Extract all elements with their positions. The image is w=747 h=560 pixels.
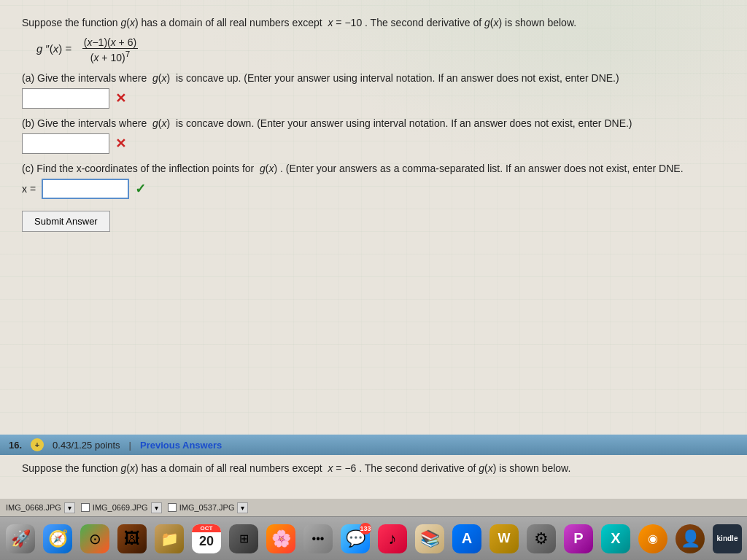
part-a-label: (a) Give the intervals where g(x) is con…	[22, 72, 725, 84]
problem-16-number: 16.	[9, 440, 22, 451]
part-c-row: x = ✓	[22, 179, 725, 199]
dock-messages[interactable]: 💬 133	[338, 521, 373, 556]
books-icon: 📚	[415, 524, 444, 553]
formula-denominator: (x + 10)7	[89, 49, 131, 63]
chrome-icon: ⊙	[80, 524, 109, 553]
dock-person[interactable]: 👤	[673, 521, 708, 556]
dock-music[interactable]: ♪	[375, 521, 410, 556]
more-icon: •••	[303, 524, 333, 553]
submit-answer-button[interactable]: Submit Answer	[22, 211, 110, 232]
dock-safari[interactable]: 🧭	[40, 521, 75, 556]
part-a-row: ✕	[22, 88, 725, 109]
a-app-icon: A	[452, 524, 481, 553]
person-icon: 👤	[676, 524, 705, 553]
dock-w-app[interactable]: W	[487, 521, 522, 556]
grid-icon: ⊞	[229, 524, 258, 553]
question-intro: Suppose the function g(x) has a domain o…	[22, 15, 725, 31]
part-b-incorrect-icon: ✕	[115, 136, 126, 152]
dock-more[interactable]: •••	[301, 521, 336, 556]
file-item-1: IMG_0668.JPG ▾	[6, 502, 75, 513]
main-content: Suppose the function g(x) has a domain o…	[0, 0, 747, 435]
calendar-icon: OCT 20	[192, 524, 221, 553]
points-text: 0.43/1.25 points	[53, 440, 120, 451]
bottom-content: Suppose the function g(x) has a domain o…	[0, 455, 747, 499]
part-a-incorrect-icon: ✕	[115, 90, 126, 106]
dock-calendar[interactable]: OCT 20	[189, 521, 224, 556]
points-badge: +	[31, 438, 44, 451]
launchpad-icon: 🚀	[6, 524, 35, 553]
previous-answers-link[interactable]: Previous Answers	[140, 440, 222, 451]
dock-x-app[interactable]: X	[598, 521, 633, 556]
dock-a-app[interactable]: A	[449, 521, 484, 556]
separator-pipe: |	[129, 440, 131, 451]
safari-icon: 🧭	[43, 524, 72, 553]
dock-image-viewer[interactable]: 🖼	[115, 521, 150, 556]
file-item-3: IMG_0537.JPG ▾	[168, 502, 249, 513]
taskbar: 🚀 🧭 ⊙ 🖼 📁 OCT 20 ⊞	[0, 516, 747, 560]
file2-dropdown[interactable]: ▾	[151, 502, 162, 513]
file3-name: IMG_0537.JPG	[179, 503, 235, 512]
folder-icon: 📁	[155, 524, 184, 553]
p-app-icon: P	[564, 524, 593, 553]
photos-icon: 🌸	[266, 524, 295, 553]
dock-grid[interactable]: ⊞	[226, 521, 261, 556]
part-b-label: (b) Give the intervals where g(x) is con…	[22, 117, 725, 129]
file-labels-bar: IMG_0668.JPG ▾ IMG_0669.JPG ▾ IMG_0537.J…	[0, 499, 747, 516]
part-a-input[interactable]	[22, 88, 109, 109]
part-c-label: (c) Find the x-coordinates of the inflec…	[22, 163, 725, 174]
dock-launchpad[interactable]: 🚀	[3, 521, 38, 556]
dock-chrome[interactable]: ⊙	[77, 521, 112, 556]
dock-settings[interactable]: ⚙	[524, 521, 559, 556]
file2-name: IMG_0669.JPG	[93, 503, 148, 512]
part-c-input[interactable]	[42, 179, 129, 199]
dock-orange-app[interactable]: ◉	[635, 521, 670, 556]
formula-fraction: (x−1)(x + 6) (x + 10)7	[82, 36, 138, 63]
dock-books[interactable]: 📚	[412, 521, 447, 556]
image-viewer-icon: 🖼	[117, 524, 147, 553]
bottom-question-text: Suppose the function g(x) has a domain o…	[22, 462, 725, 474]
part-b-input[interactable]	[22, 133, 109, 154]
file3-dropdown[interactable]: ▾	[237, 502, 248, 513]
dock-folder[interactable]: 📁	[152, 521, 187, 556]
music-icon: ♪	[378, 524, 407, 553]
part-c-check-icon: ✓	[135, 181, 146, 197]
formula-block: g ″(x) = (x−1)(x + 6) (x + 10)7	[36, 36, 725, 63]
screen: Suppose the function g(x) has a domain o…	[0, 0, 747, 560]
formula-numerator: (x−1)(x + 6)	[82, 36, 138, 49]
dock-kindle[interactable]: kindle	[710, 521, 745, 556]
dock-p-app[interactable]: P	[561, 521, 596, 556]
messages-badge: 133	[360, 523, 371, 534]
file1-name: IMG_0668.JPG	[6, 503, 61, 512]
orange-app-icon: ◉	[638, 524, 667, 553]
separator-bar-16: 16. + 0.43/1.25 points | Previous Answer…	[0, 435, 747, 455]
w-app-icon: W	[489, 524, 519, 553]
kindle-icon: kindle	[713, 524, 742, 553]
file1-dropdown[interactable]: ▾	[64, 502, 75, 513]
calendar-day: 20	[192, 532, 221, 551]
x-equals-label: x =	[22, 183, 36, 195]
gear-icon: ⚙	[527, 524, 556, 553]
file2-checkbox[interactable]	[81, 503, 90, 512]
x-app-icon: X	[601, 524, 630, 553]
dock-photos[interactable]: 🌸	[263, 521, 298, 556]
file3-checkbox[interactable]	[168, 503, 177, 512]
part-b-row: ✕	[22, 133, 725, 154]
file-item-2: IMG_0669.JPG ▾	[81, 502, 162, 513]
calendar-month: OCT	[192, 524, 221, 532]
